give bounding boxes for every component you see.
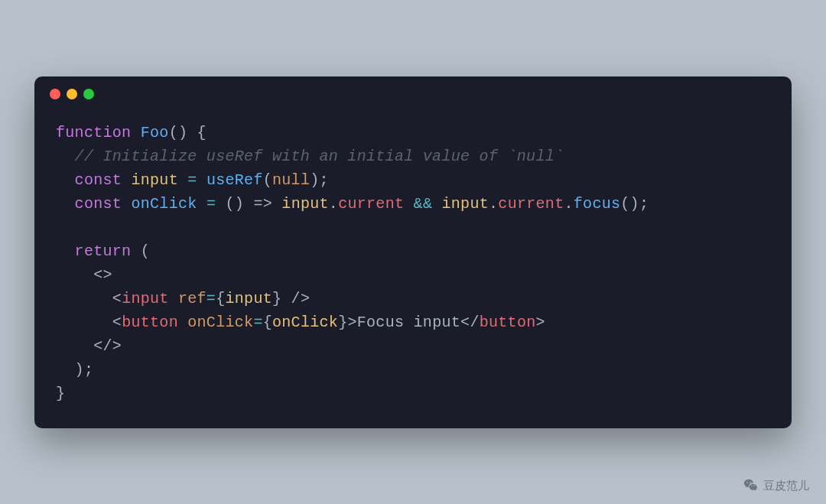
arrow-function: () => bbox=[226, 195, 273, 213]
watermark-text: 豆皮范儿 bbox=[763, 479, 809, 493]
jsx-tag: button bbox=[122, 314, 178, 331]
jsx-tag: button bbox=[480, 314, 536, 331]
punctuation: } bbox=[272, 290, 281, 307]
object-ref: input bbox=[442, 195, 489, 213]
code-window: function Foo() { // Initialize useRef wi… bbox=[34, 76, 792, 428]
code-body: function Foo() { // Initialize useRef wi… bbox=[34, 106, 792, 428]
punctuation: { bbox=[263, 314, 272, 331]
variable: onClick bbox=[131, 195, 197, 213]
keyword-const: const bbox=[75, 171, 122, 189]
punctuation: { bbox=[216, 290, 225, 307]
jsx-expr: onClick bbox=[272, 314, 338, 331]
punctuation: . bbox=[329, 195, 338, 213]
jsx-expr: input bbox=[225, 290, 272, 307]
operator: = bbox=[187, 171, 197, 189]
property: current bbox=[498, 195, 564, 213]
punctuation: ( bbox=[131, 242, 150, 260]
variable: input bbox=[131, 171, 178, 189]
punctuation: () { bbox=[169, 124, 206, 141]
jsx-attr: ref bbox=[178, 290, 206, 307]
keyword-function: function bbox=[56, 124, 131, 141]
titlebar bbox=[34, 76, 792, 106]
property: current bbox=[338, 195, 404, 213]
operator: = bbox=[206, 195, 216, 213]
keyword-const: const bbox=[75, 195, 122, 213]
jsx-fragment-open: <> bbox=[93, 266, 112, 284]
jsx-attr: onClick bbox=[187, 314, 253, 331]
minimize-icon[interactable] bbox=[67, 89, 77, 99]
watermark: 豆皮范儿 bbox=[743, 478, 809, 493]
function-name: Foo bbox=[141, 124, 169, 141]
keyword-return: return bbox=[75, 242, 132, 260]
jsx-tag: input bbox=[122, 290, 169, 307]
function-call: useRef bbox=[206, 171, 263, 189]
operator: = bbox=[253, 314, 262, 331]
null-literal: null bbox=[272, 171, 310, 189]
wechat-icon bbox=[743, 478, 759, 493]
punctuation: ); bbox=[310, 171, 329, 189]
punctuation: </ bbox=[460, 314, 480, 331]
maximize-icon[interactable] bbox=[83, 89, 94, 99]
method-call: focus bbox=[574, 195, 621, 213]
jsx-fragment-close: </> bbox=[93, 337, 122, 355]
close-icon[interactable] bbox=[50, 89, 60, 99]
punctuation: (); bbox=[620, 195, 649, 213]
punctuation: ); bbox=[75, 361, 94, 379]
punctuation: < bbox=[112, 290, 122, 307]
punctuation: } bbox=[56, 385, 65, 402]
punctuation: > bbox=[347, 314, 356, 331]
comment: // Initialize useRef with an initial val… bbox=[75, 148, 564, 165]
punctuation: < bbox=[112, 314, 122, 331]
operator: = bbox=[206, 290, 216, 307]
punctuation: > bbox=[536, 314, 545, 331]
operator-and: && bbox=[414, 195, 433, 213]
jsx-text: Focus input bbox=[357, 314, 460, 331]
code-block: function Foo() { // Initialize useRef wi… bbox=[56, 121, 770, 405]
punctuation: ( bbox=[263, 171, 272, 189]
object-ref: input bbox=[281, 195, 329, 213]
punctuation: . bbox=[489, 195, 498, 213]
punctuation: /> bbox=[281, 290, 310, 307]
punctuation: . bbox=[564, 195, 573, 213]
punctuation: } bbox=[338, 314, 347, 331]
